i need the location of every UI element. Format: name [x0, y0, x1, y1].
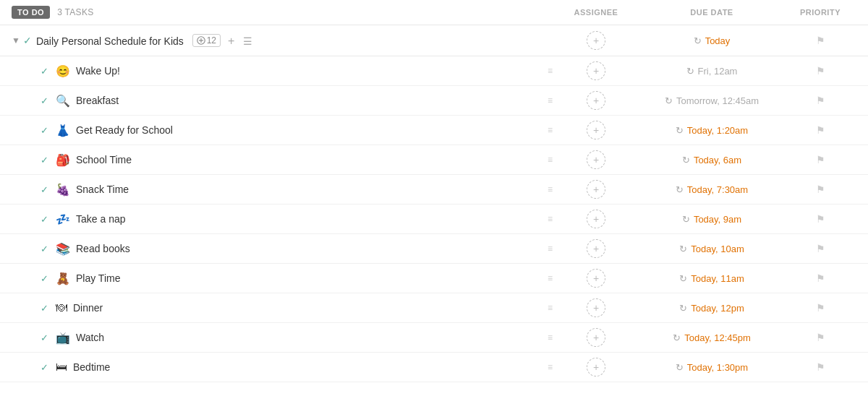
flag-icon[interactable]: ⚑: [816, 243, 825, 254]
clock-icon: ↻: [673, 332, 681, 343]
assignee-avatar[interactable]: +: [587, 358, 605, 376]
task-check-icon[interactable]: ✓: [41, 332, 48, 343]
task-right: + ↻ Today, 1:20am ⚑: [553, 121, 856, 139]
drag-handle-icon[interactable]: ≡: [548, 95, 553, 106]
duedate-text: Today, 12:45pm: [684, 332, 751, 343]
drag-handle-icon[interactable]: ≡: [548, 362, 553, 372]
task-right: + ↻ Today, 10am ⚑: [553, 239, 856, 258]
assignee-avatar[interactable]: +: [587, 328, 605, 347]
assignee-avatar[interactable]: +: [587, 239, 605, 258]
parent-flag-icon[interactable]: ⚑: [816, 35, 825, 46]
flag-icon[interactable]: ⚑: [816, 213, 825, 225]
assignee-avatar[interactable]: +: [587, 150, 605, 169]
duedate-col: ↻ Today, 11am: [639, 273, 784, 284]
duedate-text: Today, 1:20am: [687, 125, 748, 136]
tasks-count: 3 TASKS: [57, 7, 93, 17]
task-check-icon[interactable]: ✓: [41, 155, 48, 165]
task-row: ✓ 📚 Read books ≡ + ↻ Today, 10am ⚑: [0, 234, 868, 264]
priority-col: ⚑: [784, 154, 856, 165]
assignee-avatar[interactable]: +: [587, 121, 605, 139]
clock-icon: ↻: [676, 184, 684, 195]
task-row: ✓ 🍽 Dinner ≡ + ↻ Today, 12pm ⚑: [0, 293, 868, 323]
assignee-avatar[interactable]: +: [587, 91, 605, 110]
duedate-col: ↻ Today, 1:30pm: [639, 362, 784, 373]
parent-task-name: Daily Personal Schedule for Kids 12 + ☰: [36, 34, 553, 48]
priority-col: ⚑: [784, 65, 856, 77]
task-check-icon[interactable]: ✓: [41, 244, 48, 254]
task-row: ✓ 🧸 Play Time ≡ + ↻ Today, 11am ⚑: [0, 264, 868, 293]
task-emoji: 🔍: [56, 94, 70, 108]
flag-icon[interactable]: ⚑: [816, 95, 825, 106]
column-headers: ASSIGNEE DUE DATE PRIORITY: [553, 8, 856, 17]
task-row: ✓ 📺 Watch ≡ + ↻ Today, 12:45pm ⚑: [0, 323, 868, 353]
flag-icon[interactable]: ⚑: [816, 302, 825, 314]
duedate-text: Fri, 12am: [698, 66, 738, 77]
task-check-icon[interactable]: ✓: [41, 273, 48, 284]
drag-handle-icon[interactable]: ≡: [548, 155, 553, 165]
duedate-text: Today, 7:30am: [687, 184, 748, 195]
task-check-icon[interactable]: ✓: [41, 362, 48, 373]
task-check-icon[interactable]: ✓: [41, 214, 48, 225]
assignee-avatar[interactable]: +: [587, 298, 605, 317]
expand-icon[interactable]: ▼: [12, 35, 20, 46]
task-emoji: 🧸: [56, 272, 70, 285]
assignee-col: +: [553, 61, 639, 80]
task-emoji: 🍽: [56, 301, 67, 314]
duedate-col: ↻ Today, 1:20am: [639, 125, 784, 136]
drag-handle-icon[interactable]: ≡: [548, 303, 553, 313]
assignee-avatar[interactable]: +: [587, 210, 605, 228]
assignee-avatar[interactable]: +: [587, 269, 605, 288]
priority-col: ⚑: [784, 184, 856, 195]
flag-icon[interactable]: ⚑: [816, 332, 825, 343]
task-check-icon[interactable]: ✓: [41, 303, 48, 314]
task-row: ✓ 🛏 Bedtime ≡ + ↻ Today, 1:30pm ⚑: [0, 353, 868, 382]
task-check-icon[interactable]: ✓: [41, 95, 48, 106]
flag-icon[interactable]: ⚑: [816, 154, 825, 165]
parent-assignee-col: +: [553, 31, 639, 50]
assignee-col: +: [553, 150, 639, 169]
task-check-icon[interactable]: ✓: [41, 66, 48, 77]
clock-icon: ↻: [682, 155, 690, 165]
task-emoji: 📺: [56, 331, 70, 345]
flag-icon[interactable]: ⚑: [816, 361, 825, 373]
flag-icon[interactable]: ⚑: [816, 65, 825, 77]
parent-duedate-col: ↻ Today: [639, 35, 784, 46]
task-name: Take a nap: [76, 213, 543, 225]
subtask-count-badge[interactable]: 12: [192, 34, 221, 47]
task-check-icon[interactable]: ✓: [41, 125, 48, 136]
assignee-col: +: [553, 269, 639, 288]
clock-icon: ↻: [686, 66, 694, 77]
duedate-text: Today, 10am: [691, 244, 744, 254]
duedate-col: ↻ Today, 7:30am: [639, 184, 784, 195]
assignee-col: +: [553, 91, 639, 110]
task-row: ✓ 💤 Take a nap ≡ + ↻ Today, 9am ⚑: [0, 205, 868, 234]
parent-priority-col: ⚑: [784, 35, 856, 46]
task-emoji: 💤: [56, 212, 70, 226]
drag-handle-icon[interactable]: ≡: [548, 332, 553, 343]
menu-icon[interactable]: ☰: [243, 35, 252, 47]
flag-icon[interactable]: ⚑: [816, 124, 825, 136]
task-name: Wake Up!: [76, 65, 543, 77]
drag-handle-icon[interactable]: ≡: [548, 214, 553, 224]
assignee-avatar[interactable]: +: [587, 61, 605, 80]
flag-icon[interactable]: ⚑: [816, 184, 825, 195]
drag-handle-icon[interactable]: ≡: [548, 244, 553, 254]
duedate-col: ↻ Today, 10am: [639, 244, 784, 254]
task-name: Read books: [76, 243, 543, 254]
drag-handle-icon[interactable]: ≡: [548, 273, 553, 283]
task-check-icon[interactable]: ✓: [41, 184, 48, 195]
drag-handle-icon[interactable]: ≡: [548, 66, 553, 76]
task-row: ✓ 🍇 Snack Time ≡ + ↻ Today, 7:30am ⚑: [0, 175, 868, 205]
duedate-text: Today, 1:30pm: [687, 362, 748, 373]
flag-icon[interactable]: ⚑: [816, 272, 825, 284]
drag-handle-icon[interactable]: ≡: [548, 184, 553, 194]
task-right: + ↻ Today, 6am ⚑: [553, 150, 856, 169]
parent-check-icon[interactable]: ✓: [23, 35, 32, 46]
drag-handle-icon[interactable]: ≡: [548, 125, 553, 135]
task-emoji: 👗: [56, 124, 70, 137]
assignee-avatar[interactable]: +: [587, 180, 605, 199]
add-subtask-icon[interactable]: +: [228, 35, 234, 47]
assignee-header: ASSIGNEE: [553, 8, 639, 17]
parent-assignee-avatar[interactable]: +: [587, 31, 605, 50]
duedate-col: ↻ Today, 12pm: [639, 303, 784, 314]
